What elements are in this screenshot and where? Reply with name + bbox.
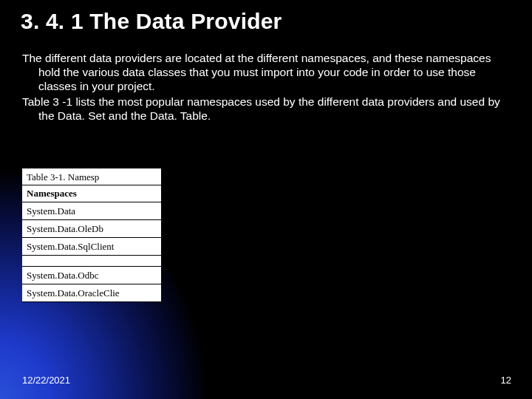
paragraph-2: Table 3 -1 lists the most popular namesp… — [22, 95, 510, 123]
table-row — [22, 256, 161, 267]
table-row: System.Data — [22, 202, 161, 220]
table-header: Namespaces — [22, 185, 161, 202]
table-row: System.Data.Odbc — [22, 267, 161, 284]
table-row: System.Data.OleDb — [22, 220, 161, 238]
slide: 3. 4. 1 The Data Provider The different … — [0, 0, 532, 399]
footer-page-number: 12 — [501, 375, 511, 386]
table-row: System.Data.SqlClient — [22, 238, 161, 256]
table-row: System.Data.OracleClie — [22, 284, 161, 302]
body-text: The different data providers are located… — [22, 52, 510, 125]
table-caption: Table 3-1. Namesp — [22, 168, 161, 185]
slide-title: 3. 4. 1 The Data Provider — [21, 9, 282, 34]
footer-date: 12/22/2021 — [22, 375, 70, 386]
namespace-table: Table 3-1. Namesp Namespaces System.Data… — [22, 168, 161, 302]
paragraph-1: The different data providers are located… — [22, 52, 510, 94]
